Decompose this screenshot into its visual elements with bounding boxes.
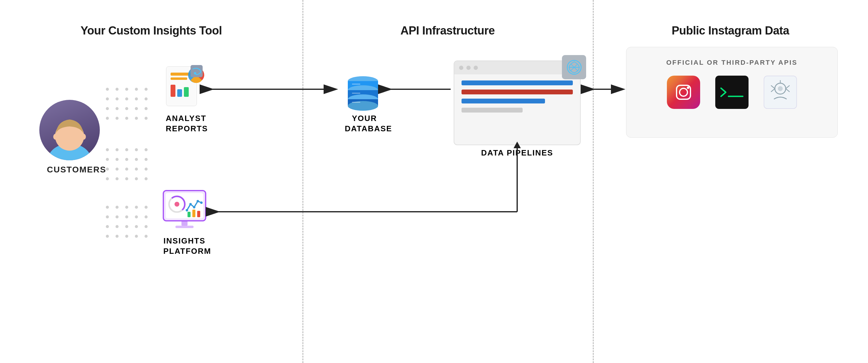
pipeline-line-1 [462,81,573,85]
insights-platform-icon [160,187,209,233]
browser-badge [562,55,586,79]
diagram-container: Your Custom Insights Tool API Infrastruc… [0,0,868,363]
svg-line-50 [771,86,775,89]
svg-rect-7 [170,78,187,80]
svg-rect-26 [192,210,195,217]
svg-point-20 [186,209,188,211]
svg-rect-27 [197,211,200,217]
svg-rect-9 [177,89,182,97]
pipeline-line-4 [462,108,523,113]
svg-point-21 [189,203,192,205]
browser-dot-2 [466,66,471,70]
dot-grid-top [106,88,150,122]
browser-bar [454,61,580,74]
api-icons-row [626,75,837,109]
browser-dot-1 [459,66,463,70]
data-pipelines-mockup [454,61,581,145]
left-column-title: Your Custom Insights Tool [0,0,303,37]
terminal-icon [715,75,748,109]
svg-point-23 [196,200,199,202]
svg-point-45 [680,88,687,96]
svg-rect-10 [184,87,189,97]
svg-point-19 [175,202,179,207]
insights-platform-label: INSIGHTS PLATFORM [163,236,206,256]
divider-2 [593,0,594,363]
database-label: YOUR DATABASE [345,114,384,134]
svg-point-2 [53,134,58,140]
pipeline-line-2 [462,90,573,94]
pipeline-line-3 [462,99,545,103]
middle-column-title: API Infrastructure [303,0,593,37]
svg-rect-25 [187,212,190,217]
data-pipelines-label: DATA PIPELINES [470,148,564,158]
instagram-icon [667,75,700,109]
customers-label: CUSTOMERS [47,165,106,175]
right-column-title: Public Instagram Data [593,0,868,37]
svg-line-51 [771,89,775,92]
analyst-reports-label: ANALYST REPORTS [166,114,205,134]
database-icon [342,69,384,112]
dot-grid-bottom [106,206,150,240]
svg-line-53 [786,89,789,92]
svg-point-24 [200,202,203,204]
svg-rect-29 [176,226,193,228]
svg-point-46 [687,87,689,89]
svg-point-49 [778,86,783,91]
browser-dot-3 [474,66,478,70]
analyst-reports-icon [160,63,209,112]
browser-content [454,74,580,119]
divider-1 [303,0,303,363]
svg-line-52 [786,86,789,89]
svg-point-3 [81,134,86,140]
svg-point-13 [194,72,196,74]
customer-avatar [39,100,100,160]
official-apis-label: OFFICIAL OR THIRD-PARTY APIS [626,47,837,66]
api-card: OFFICIAL OR THIRD-PARTY APIS [626,47,838,138]
svg-rect-8 [170,85,176,97]
avatar-svg [39,100,100,160]
svg-point-22 [193,206,195,208]
svg-rect-28 [182,221,187,226]
dot-grid-middle [106,148,150,183]
api3-icon [764,75,797,109]
